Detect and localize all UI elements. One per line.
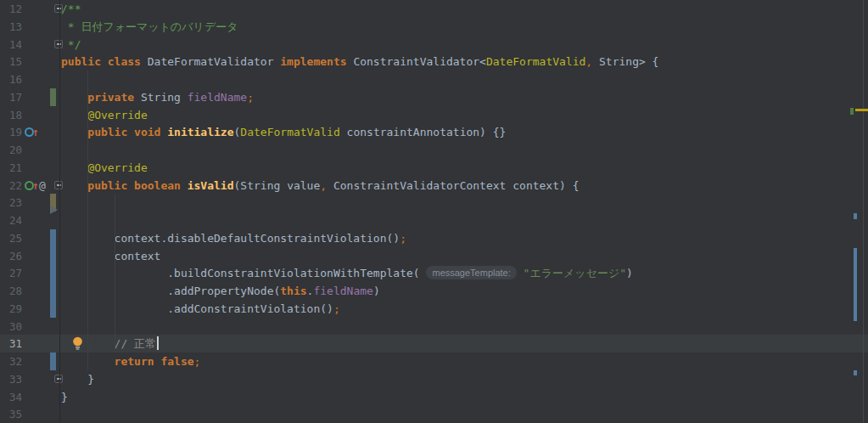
token-fld: fieldName (188, 91, 247, 104)
editor-line-18[interactable]: 18 @Override (0, 106, 868, 124)
code-editor[interactable]: 12/**13 * 日付フォーマットのバリデータ14 */15public cl… (0, 0, 868, 423)
stripe-mark-warning[interactable] (855, 109, 868, 111)
token-def: context (61, 250, 160, 262)
editor-line-14[interactable]: 14 */ (0, 36, 868, 54)
stripe-mark-added[interactable] (850, 108, 854, 115)
token-def: context.disableDefaultConstraintViolatio… (61, 232, 400, 245)
code-text: * 日付フォーマットのバリデータ (61, 18, 238, 36)
editor-line-31[interactable]: 31 // 正常 (0, 335, 868, 352)
code-text: context.disableDefaultConstraintViolatio… (61, 229, 406, 247)
line-number[interactable]: 21 (0, 159, 22, 177)
editor-line-30[interactable]: 30 (0, 318, 868, 336)
line-number[interactable]: 34 (0, 388, 22, 406)
vcs-change-bar[interactable] (50, 88, 56, 106)
token-ann: DateFormatValid (486, 55, 585, 68)
token-def: DateFormatValidator (148, 55, 281, 68)
vcs-change-bar[interactable] (50, 247, 56, 265)
token-def: (String value (234, 179, 321, 192)
editor-line-26[interactable]: 26 context (0, 247, 868, 265)
token-kw: this (280, 285, 306, 297)
line-number[interactable]: 13 (0, 18, 22, 36)
token-mth: isValid (188, 179, 234, 192)
override-arrow-icon: ↑ (32, 178, 39, 194)
code-text: public void initialize(DateFormatValid c… (61, 123, 506, 141)
line-number[interactable]: 19 (0, 123, 22, 141)
token-def: ConstraintValidatorContext context) { (327, 179, 579, 192)
line-number[interactable]: 22 (0, 177, 22, 195)
code-text: @Override (61, 159, 148, 177)
code-text: @Override (61, 106, 148, 124)
vcs-change-bar[interactable] (50, 282, 56, 300)
vcs-change-bar[interactable] (50, 352, 56, 370)
editor-line-29[interactable]: 29 .addConstraintViolation(); (0, 300, 868, 318)
scrollbar-track-line[interactable] (863, 0, 864, 423)
editor-line-32[interactable]: 32 return false; (0, 352, 868, 370)
editor-line-24[interactable]: 24 (0, 212, 868, 229)
line-number[interactable]: 31 (0, 335, 22, 352)
token-sc: ; (400, 232, 406, 245)
token-def: .addPropertyNode( (61, 285, 280, 297)
editor-line-17[interactable]: 17 private String fieldName; (0, 88, 868, 106)
token-def: } (61, 373, 94, 386)
line-number[interactable]: 29 (0, 300, 22, 318)
code-text: /** (61, 0, 81, 18)
stripe-mark-change-1[interactable] (854, 213, 857, 219)
line-number[interactable]: 20 (0, 141, 22, 159)
editor-line-23[interactable]: 23 (0, 194, 868, 212)
editor-line-28[interactable]: 28 .addPropertyNode(this.fieldName) (0, 282, 868, 300)
editor-line-20[interactable]: 20 (0, 141, 868, 159)
line-number[interactable]: 25 (0, 229, 22, 247)
line-number[interactable]: 30 (0, 318, 22, 336)
code-text: private String fieldName; (61, 88, 254, 106)
code-text: context (61, 247, 160, 265)
line-number[interactable]: 23 (0, 194, 22, 212)
line-number[interactable]: 18 (0, 106, 22, 124)
editor-line-33[interactable]: 33 } (0, 370, 868, 388)
annotation-gutter-icon: @ (39, 177, 46, 195)
editor-line-34[interactable]: 34} (0, 388, 868, 406)
token-ann: @Override (61, 161, 148, 174)
line-number[interactable]: 14 (0, 36, 22, 54)
stripe-mark-change-3[interactable] (854, 370, 857, 375)
line-number[interactable]: 24 (0, 212, 22, 229)
inlay-parameter-hint[interactable]: messageTemplate: (426, 266, 516, 279)
stripe-mark-change-2[interactable] (854, 248, 857, 321)
line-number[interactable]: 32 (0, 352, 22, 370)
token-ann: DateFormatValid (240, 126, 339, 138)
line-number[interactable]: 17 (0, 88, 22, 106)
line-number[interactable]: 27 (0, 264, 22, 282)
gutter-border (59, 0, 60, 423)
indent-guide (87, 70, 88, 370)
editor-line-25[interactable]: 25 context.disableDefaultConstraintViola… (0, 229, 868, 247)
code-text: .addConstraintViolation(); (61, 300, 340, 318)
token-doc: */ (61, 38, 81, 51)
code-text: // 正常 (61, 335, 159, 352)
editor-line-19[interactable]: 19↑ public void initialize(DateFormatVal… (0, 123, 868, 141)
editor-line-21[interactable]: 21 @Override (0, 159, 868, 177)
vcs-change-bar[interactable] (50, 264, 56, 282)
token-sc: , (320, 179, 327, 192)
token-sc: ; (247, 91, 254, 104)
token-def: ) (373, 285, 380, 297)
line-number[interactable]: 16 (0, 70, 22, 88)
line-number[interactable]: 35 (0, 405, 22, 423)
editor-line-12[interactable]: 12/** (0, 0, 868, 18)
line-number[interactable]: 28 (0, 282, 22, 300)
editor-line-35[interactable]: 35 (0, 405, 868, 423)
line-number[interactable]: 33 (0, 370, 22, 388)
editor-line-15[interactable]: 15public class DateFormatValidator imple… (0, 53, 868, 70)
token-str: "エラーメッセージ" (517, 267, 626, 279)
editor-line-27[interactable]: 27 .buildConstraintViolationWithTemplate… (0, 264, 868, 282)
line-number[interactable]: 12 (0, 0, 22, 18)
code-text: .buildConstraintViolationWithTemplate( m… (61, 264, 633, 282)
code-text: .addPropertyNode(this.fieldName) (61, 282, 380, 300)
code-text: */ (61, 36, 81, 54)
editor-line-13[interactable]: 13 * 日付フォーマットのバリデータ (0, 18, 868, 36)
indent-guide (115, 194, 115, 352)
line-number[interactable]: 26 (0, 247, 22, 265)
editor-line-16[interactable]: 16 (0, 70, 868, 88)
editor-line-22[interactable]: 22↑@ public boolean isValid(String value… (0, 177, 868, 195)
vcs-change-bar[interactable] (50, 229, 56, 247)
vcs-change-bar[interactable] (50, 300, 56, 318)
line-number[interactable]: 15 (0, 53, 22, 70)
